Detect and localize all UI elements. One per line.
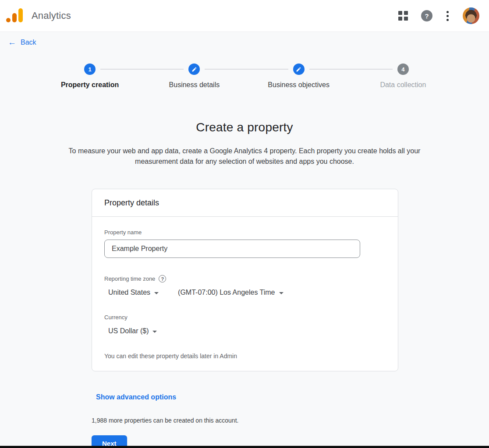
dot: [446, 19, 449, 21]
step-2-label: Business details: [169, 81, 220, 89]
step-1-indicator: 1: [84, 63, 96, 75]
back-label: Back: [21, 39, 36, 46]
logo-dot: [6, 18, 11, 22]
card-title: Property details: [104, 198, 386, 208]
grid-square: [404, 11, 408, 15]
top-app-bar: Analytics ?: [0, 0, 489, 32]
dot: [446, 15, 449, 17]
overflow-menu-icon[interactable]: [446, 10, 450, 22]
currency-value: US Dollar ($): [108, 327, 149, 335]
show-advanced-options-link[interactable]: Show advanced options: [96, 393, 176, 401]
property-details-card: Property details Property name Reporting…: [92, 189, 398, 371]
timezone-field-group: Reporting time zone ? United States (GMT…: [104, 275, 386, 296]
currency-field-group: Currency US Dollar ($): [104, 313, 386, 335]
dot: [446, 11, 449, 13]
page-title: Create a property: [0, 120, 489, 134]
timezone-help-icon[interactable]: ?: [159, 275, 166, 282]
logo-bar-mid: [12, 13, 17, 22]
caret-down-icon: [279, 292, 283, 294]
timezone-selects: United States (GMT-07:00) Los Angeles Ti…: [104, 289, 386, 296]
timezone-label: Reporting time zone ?: [104, 275, 166, 282]
help-icon[interactable]: ?: [421, 10, 432, 21]
card-body: Property name Reporting time zone ? Unit…: [92, 217, 398, 371]
property-name-input[interactable]: [104, 240, 360, 258]
back-row: ← Back: [0, 32, 489, 47]
step-data-collection[interactable]: 4 Data collection: [351, 63, 455, 89]
currency-select-row: US Dollar ($): [104, 327, 386, 335]
step-business-objectives[interactable]: Business objectives: [247, 63, 351, 89]
step-business-details[interactable]: Business details: [142, 63, 246, 89]
country-value: United States: [108, 289, 150, 296]
analytics-property-wizard: Analytics ? ← Back 1 Property creation: [0, 0, 489, 448]
bottom-window-edge: [0, 446, 489, 448]
logo-bar-tall: [18, 8, 23, 22]
app-title: Analytics: [32, 10, 71, 21]
grid-square: [404, 17, 408, 21]
step-4-label: Data collection: [380, 81, 426, 89]
step-1-label: Property creation: [61, 81, 119, 89]
timezone-select[interactable]: (GMT-07:00) Los Angeles Time: [178, 289, 283, 296]
step-property-creation[interactable]: 1 Property creation: [38, 63, 142, 89]
property-name-label: Property name: [104, 229, 142, 236]
grid-square: [398, 11, 402, 15]
card-header: Property details: [92, 189, 398, 217]
currency-select[interactable]: US Dollar ($): [108, 327, 157, 335]
page-description: To measure your web and app data, create…: [52, 146, 437, 167]
caret-down-icon: [152, 331, 157, 333]
back-button[interactable]: ← Back: [8, 38, 36, 46]
wizard-stepper: 1 Property creation Business details Bus…: [38, 63, 455, 89]
caret-down-icon: [154, 292, 159, 294]
property-name-field-group: Property name: [104, 228, 386, 258]
country-select[interactable]: United States: [108, 289, 159, 296]
grid-square: [398, 17, 402, 21]
timezone-value: (GMT-07:00) Los Angeles Time: [178, 289, 275, 296]
brand[interactable]: Analytics: [6, 8, 71, 23]
back-arrow-icon: ←: [8, 38, 16, 46]
topbar-actions: ?: [398, 7, 479, 24]
wizard-content: ← Back 1 Property creation Business deta…: [0, 32, 489, 446]
step-4-indicator: 4: [397, 63, 409, 75]
currency-label: Currency: [104, 314, 128, 321]
user-avatar[interactable]: [463, 7, 479, 24]
timezone-label-text: Reporting time zone: [104, 275, 155, 282]
google-analytics-logo-icon: [6, 8, 25, 23]
edit-later-note: You can edit these property details late…: [104, 353, 386, 360]
step-2-pencil-icon: [188, 63, 200, 75]
step-3-pencil-icon: [293, 63, 305, 75]
step-3-label: Business objectives: [268, 81, 330, 89]
google-apps-grid-icon[interactable]: [398, 11, 408, 21]
properties-quota-text: 1,988 more properties can be created on …: [92, 417, 489, 424]
